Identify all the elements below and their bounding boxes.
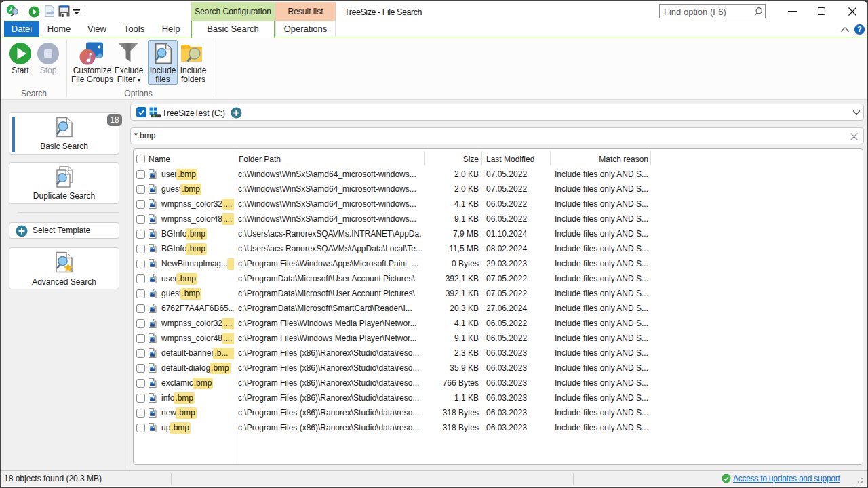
svg-text:?: ? [857,25,862,33]
